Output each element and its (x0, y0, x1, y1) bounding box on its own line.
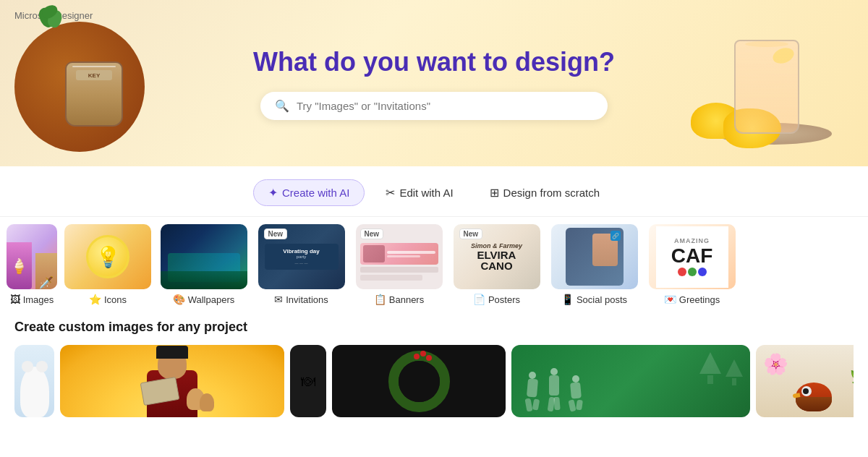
images-icon: 🖼 (10, 294, 20, 305)
category-greetings-thumb: AMAZING CAF (649, 224, 736, 289)
category-images-thumb: 🍦 🗡️ (7, 224, 57, 289)
category-greetings-label: 💌 Greetings (664, 294, 720, 305)
social-icon: 📱 (561, 294, 574, 305)
invitations-icon: ✉ (274, 294, 283, 305)
category-images-label: 🖼 Images (10, 294, 54, 305)
tab-design-scratch-label: Design from scratch (503, 187, 600, 199)
tea-jar-decoration: KEY (65, 61, 123, 127)
hero-section: Microsoft Designer KEY What do you want … (0, 0, 868, 166)
project-card-wreath (332, 345, 506, 417)
posters-icon: 📄 (473, 294, 485, 305)
project-card-man (60, 345, 284, 417)
tab-design-scratch[interactable]: ⊞ Design from scratch (475, 179, 615, 206)
category-images[interactable]: 🍦 🗡️ 🖼 Images (3, 224, 61, 305)
new-badge-invitations: New (264, 228, 288, 239)
category-banners-label: 📋 Banners (374, 294, 424, 305)
new-badge-banners: New (360, 228, 384, 239)
category-icons-thumb: 💡 (64, 224, 151, 289)
caf-card: AMAZING CAF (656, 226, 728, 288)
search-input[interactable] (297, 100, 593, 112)
tabs-section: ✦ Create with AI ✂ Edit with AI ⊞ Design… (0, 166, 868, 217)
project-card-bird: 🌸 🌿 (756, 345, 854, 417)
category-invitations[interactable]: New Vibrating day party — — — ✉ Invitati… (252, 224, 350, 305)
tab-create-ai-label: Create with AI (282, 187, 349, 199)
category-posters[interactable]: New Simon & Farmey ELVIRA CANO 📄 Posters (448, 224, 545, 305)
search-bar[interactable]: 🔍 (260, 92, 608, 120)
invitation-sample: Vibrating day party — — — (265, 244, 339, 270)
tab-create-ai[interactable]: ✦ Create with AI (253, 179, 365, 206)
category-scroll: 🍦 🗡️ 🖼 Images 💡 ⭐ Icons (0, 224, 868, 305)
category-social-thumb: 🔗 (551, 224, 638, 289)
category-icons[interactable]: 💡 ⭐ Icons (61, 224, 155, 305)
category-social[interactable]: 🔗 📱 Social posts (545, 224, 643, 305)
category-posters-thumb: New Simon & Farmey ELVIRA CANO (454, 224, 540, 289)
category-social-label: 📱 Social posts (561, 294, 627, 305)
social-sample: 🔗 (566, 228, 624, 286)
bottom-section: Create custom images for any project (0, 308, 868, 417)
greetings-icon: 💌 (664, 294, 676, 305)
caf-text: CAF (671, 246, 713, 266)
new-badge-posters: New (459, 228, 483, 239)
category-greetings[interactable]: AMAZING CAF 💌 Greetings (643, 224, 741, 305)
project-card-bear-partial (14, 345, 54, 417)
category-invitations-label: ✉ Invitations (274, 294, 328, 305)
category-posters-label: 📄 Posters (473, 294, 520, 305)
tab-edit-ai-label: Edit with AI (399, 187, 453, 199)
sparkle-icon: ✦ (268, 186, 278, 200)
search-wrapper: 🔍 (260, 92, 608, 120)
tab-edit-ai[interactable]: ✂ Edit with AI (370, 179, 468, 206)
grid-icon: ⊞ (490, 186, 499, 200)
project-card-spices: 🍽 (290, 345, 326, 417)
caf-dots (678, 268, 707, 276)
category-wallpapers-thumb (161, 224, 247, 289)
project-card-green (511, 345, 750, 417)
bulb-icon: 💡 (86, 235, 129, 278)
category-icons-label: ⭐ Icons (89, 294, 127, 305)
poster-sample: Simon & Farmey ELVIRA CANO (471, 242, 522, 271)
glass-decoration (734, 40, 799, 134)
mint-decoration (40, 7, 69, 33)
section-title: Create custom images for any project (14, 320, 854, 335)
category-wallpapers-label: 🎨 Wallpapers (173, 294, 235, 305)
category-banners[interactable]: New 📋 Banners (350, 224, 448, 305)
project-grid: 🍽 (14, 345, 854, 417)
hero-title: What do you want to design? (253, 47, 615, 77)
category-banners-thumb: New (356, 224, 443, 289)
search-icon: 🔍 (275, 99, 289, 113)
wallpapers-icon: 🎨 (173, 294, 185, 305)
scissors-icon: ✂ (386, 186, 395, 200)
category-section: 🍦 🗡️ 🖼 Images 💡 ⭐ Icons (0, 217, 868, 308)
category-invitations-thumb: New Vibrating day party — — — (258, 224, 345, 289)
category-wallpapers[interactable]: 🎨 Wallpapers (155, 224, 252, 305)
icons-cat-icon: ⭐ (89, 294, 101, 305)
banners-icon: 📋 (374, 294, 386, 305)
